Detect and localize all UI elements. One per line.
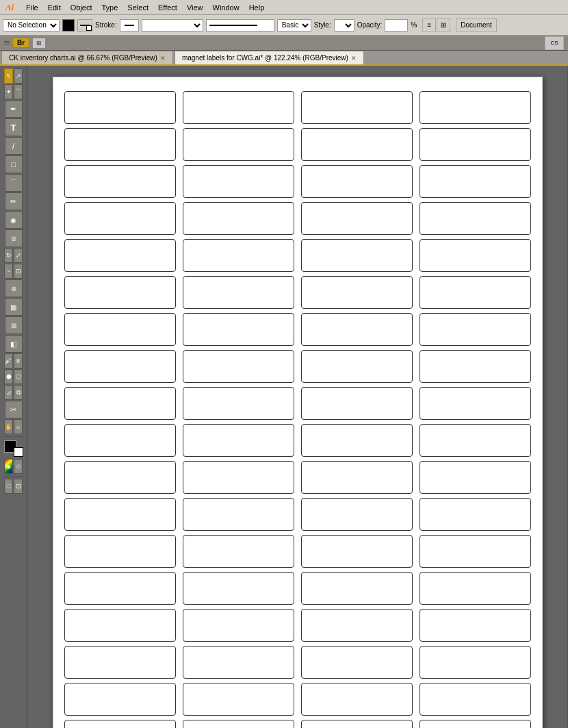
label-cell[interactable] [301,572,413,605]
label-cell[interactable] [419,720,531,728]
color-icon[interactable]: ◉ [4,459,13,474]
menu-edit[interactable]: Edit [44,2,65,13]
label-cell[interactable] [301,683,413,716]
label-cell[interactable] [301,202,413,235]
arrange-icon[interactable]: ≡ [422,18,436,32]
tab-1-close[interactable]: ✕ [351,55,357,62]
line-style-box[interactable] [206,19,274,32]
zoom-tool[interactable]: ⌕ [14,419,23,434]
label-cell[interactable] [183,646,294,679]
label-cell[interactable] [183,461,294,494]
label-cell[interactable] [301,313,413,346]
label-cell[interactable] [419,276,531,309]
label-cell[interactable] [64,350,176,383]
blend-tool[interactable]: 8 [14,353,23,368]
label-cell[interactable] [419,572,531,605]
lasso-tool[interactable]: ⌒ [14,84,23,99]
label-cell[interactable] [183,202,294,235]
full-screen-icon[interactable]: ⊡ [14,479,23,494]
label-cell[interactable] [419,350,531,383]
label-cell[interactable] [419,424,531,457]
label-cell[interactable] [183,609,294,642]
stroke-box[interactable] [120,19,139,32]
stroke-swatch[interactable] [14,447,23,457]
rotate-tool[interactable]: ↻ [4,248,13,263]
label-cell[interactable] [64,424,176,457]
type-tool[interactable]: T [5,118,23,136]
label-cell[interactable] [183,572,294,605]
label-cell[interactable] [183,424,294,457]
label-cell[interactable] [419,128,531,161]
tab-0-close[interactable]: ✕ [160,55,166,62]
fill-color-box[interactable] [62,19,75,32]
label-cell[interactable] [419,646,531,679]
label-cell[interactable] [301,424,413,457]
free-transform-tool[interactable]: ⊡ [14,264,23,279]
pencil-tool[interactable]: ✏ [5,192,23,210]
label-cell[interactable] [301,350,413,383]
bridge-button[interactable]: Br [12,38,29,48]
label-cell[interactable] [64,535,176,568]
scale-tool[interactable]: ⤢ [14,248,23,263]
label-cell[interactable] [301,91,413,124]
label-cell[interactable] [64,387,176,420]
cs-live-icon[interactable]: CS [545,36,564,50]
label-cell[interactable] [183,165,294,198]
selection-dropdown[interactable]: No Selection [3,19,60,32]
label-cell[interactable] [183,128,294,161]
menu-file[interactable]: File [22,2,42,13]
tab-0[interactable]: CK inventory charts.ai @ 66.67% (RGB/Pre… [1,51,173,64]
label-cell[interactable] [301,498,413,531]
label-cell[interactable] [301,609,413,642]
label-cell[interactable] [419,202,531,235]
symbol-sprayer-tool[interactable]: ⊛ [5,279,23,297]
label-cell[interactable] [301,646,413,679]
live-paint-bucket[interactable]: ⬣ [4,369,13,384]
label-cell[interactable] [301,535,413,568]
tab-1[interactable]: magnet labels for CWG.ai* @ 122.24% (RGB… [175,51,364,64]
label-cell[interactable] [183,350,294,383]
label-cell[interactable] [183,683,294,716]
stroke-style-select[interactable] [142,19,203,32]
basic-select[interactable]: Basic [277,19,311,32]
label-cell[interactable] [64,683,176,716]
label-cell[interactable] [183,498,294,531]
document-button[interactable]: Document [456,18,497,32]
menu-object[interactable]: Object [66,2,96,13]
label-cell[interactable] [183,239,294,272]
label-cell[interactable] [64,720,176,728]
label-cell[interactable] [64,239,176,272]
menu-view[interactable]: View [183,2,207,13]
label-cell[interactable] [419,498,531,531]
canvas-area[interactable]: ▲ [27,66,567,728]
gradient-tool[interactable]: ◧ [5,335,23,353]
label-cell[interactable] [64,91,176,124]
magic-wand-tool[interactable]: ✦ [4,84,13,99]
label-cell[interactable] [419,91,531,124]
label-cell[interactable] [301,165,413,198]
drag-handle[interactable] [4,38,10,48]
label-cell[interactable] [64,609,176,642]
label-cell[interactable] [64,461,176,494]
label-cell[interactable] [183,387,294,420]
label-cell[interactable] [64,498,176,531]
mesh-tool[interactable]: ⊞ [5,316,23,334]
grid-icon[interactable]: ⊞ [437,18,450,32]
label-cell[interactable] [419,165,531,198]
label-cell[interactable] [183,720,294,728]
pen-tool[interactable]: ✒ [5,100,23,118]
label-cell[interactable] [419,387,531,420]
blob-brush-tool[interactable]: ◉ [5,211,23,229]
none-icon[interactable]: ⊘ [14,459,23,474]
label-cell[interactable] [301,461,413,494]
line-segment-tool[interactable]: / [5,137,23,155]
label-cell[interactable] [183,91,294,124]
eraser-tool[interactable]: ⊘ [5,229,23,247]
hand-tool[interactable]: ✋ [4,419,13,434]
label-cell[interactable] [183,535,294,568]
label-cell[interactable] [64,646,176,679]
paintbrush-tool[interactable]: ⌒ [5,174,23,192]
menu-type[interactable]: Type [98,2,122,13]
label-cell[interactable] [301,276,413,309]
warp-tool[interactable]: ~ [4,264,13,279]
